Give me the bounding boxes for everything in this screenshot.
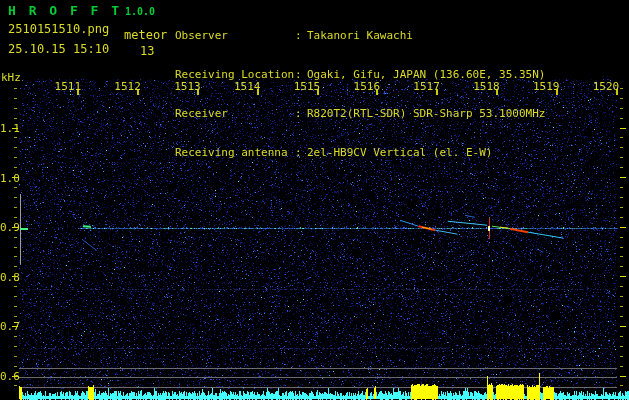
x-axis-label: 1515 [292, 80, 322, 93]
app-version: 1.0.0 [125, 6, 155, 17]
y-axis-unit: kHz [1, 71, 21, 84]
observation-datetime: 25.10.15 15:10 [8, 42, 109, 56]
x-axis-label: 1516 [352, 80, 382, 93]
info-row-antenna: Receiving antenna : 2el-HB9CV Vertical (… [175, 146, 545, 159]
info-label: Observer [175, 29, 295, 42]
info-colon: : [295, 107, 307, 120]
info-label: Receiver [175, 107, 295, 120]
info-value: 2el-HB9CV Vertical (el. E-W) [307, 146, 492, 159]
info-value: R820T2(RTL-SDR) SDR-Sharp 53.1000MHz [307, 107, 545, 120]
info-value: Takanori Kawachi [307, 29, 413, 42]
y-axis-label: 0.8 [0, 271, 17, 284]
echo-count: 13 [140, 44, 154, 58]
y-axis-label: 0.6 [0, 370, 17, 383]
x-axis-label: 1514 [232, 80, 262, 93]
info-row-observer: Observer : Takanori Kawachi [175, 29, 545, 42]
y-axis-label: 1.1 [0, 122, 17, 135]
app-title: H R O F F T [8, 3, 122, 18]
x-axis-label: 1518 [471, 80, 501, 93]
x-axis-label: 1517 [412, 80, 442, 93]
info-row-receiver: Receiver : R820T2(RTL-SDR) SDR-Sharp 53.… [175, 107, 545, 120]
station-info-panel: Observer : Takanori Kawachi Receiving Lo… [175, 3, 545, 185]
x-axis-label: 1512 [113, 80, 143, 93]
info-colon: : [295, 146, 307, 159]
x-axis-label: 1520 [591, 80, 621, 93]
hrofft-screen: H R O F F T 1.0.0 2510151510.png meteor … [0, 0, 629, 400]
info-label: Receiving antenna [175, 146, 295, 159]
output-filename: 2510151510.png [8, 22, 109, 36]
x-axis-label: 1513 [172, 80, 202, 93]
y-axis-label: 0.9 [0, 221, 17, 234]
observation-mode: meteor [124, 28, 167, 42]
x-axis-label: 1519 [531, 80, 561, 93]
y-axis-label: 1.0 [0, 172, 17, 185]
y-axis-label: 0.7 [0, 320, 17, 333]
info-colon: : [295, 29, 307, 42]
x-axis-label: 1511 [53, 80, 83, 93]
